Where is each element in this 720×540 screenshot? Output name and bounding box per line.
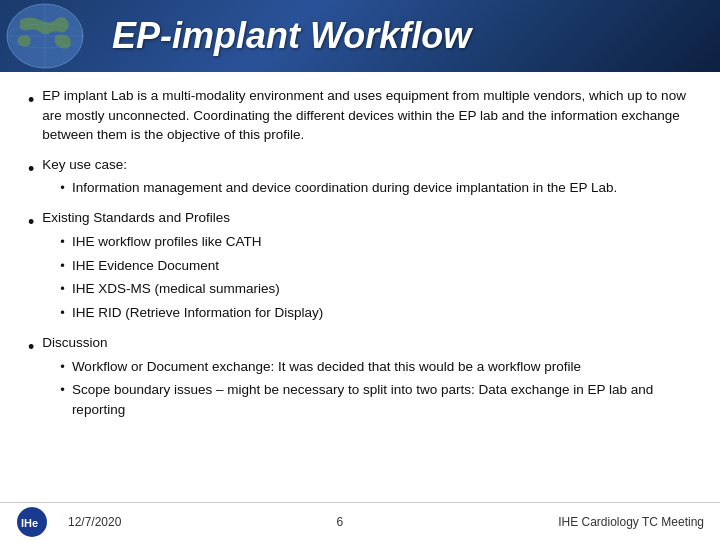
sub-bullet-3-3: • IHE XDS-MS (medical summaries)	[60, 279, 692, 299]
sub-bullet-3-2: • IHE Evidence Document	[60, 256, 692, 276]
sub-bullet-4-2-text: Scope boundary issues – might be necessa…	[72, 380, 692, 419]
globe-icon	[0, 0, 90, 72]
sub-bullet-3-4: • IHE RID (Retrieve Information for Disp…	[60, 303, 692, 323]
footer-page: 6	[336, 515, 343, 529]
bullet-4-container: Discussion • Workflow or Document exchan…	[42, 333, 692, 420]
svg-text:IHe: IHe	[21, 517, 38, 529]
sub-bullet-3-1-text: IHE workflow profiles like CATH	[72, 232, 692, 252]
footer-meeting: IHE Cardiology TC Meeting	[558, 515, 704, 529]
bullet-icon-3: •	[28, 209, 34, 235]
sub-bullet-icon-3-4: •	[60, 304, 65, 323]
sub-bullet-4-1: • Workflow or Document exchange: It was …	[60, 357, 692, 377]
sub-bullet-3-2-text: IHE Evidence Document	[72, 256, 692, 276]
header: EP-implant Workflow	[0, 0, 720, 72]
sub-bullet-4-2: • Scope boundary issues – might be neces…	[60, 380, 692, 419]
sub-bullet-2-1: • Information management and device coor…	[60, 178, 692, 198]
sub-bullet-3-4-text: IHE RID (Retrieve Information for Displa…	[72, 303, 692, 323]
bullet-4: • Discussion • Workflow or Document exch…	[28, 333, 692, 420]
bullet-3-text: Existing Standards and Profiles	[42, 210, 230, 225]
sub-bullet-3-3-text: IHE XDS-MS (medical summaries)	[72, 279, 692, 299]
footer-left: IHe 12/7/2020	[16, 506, 121, 538]
sub-bullet-icon-2-1: •	[60, 179, 65, 198]
content-area: • EP implant Lab is a multi-modality env…	[0, 72, 720, 438]
sub-bullet-icon-4-1: •	[60, 358, 65, 377]
bullet-1: • EP implant Lab is a multi-modality env…	[28, 86, 692, 145]
sub-bullet-icon-3-3: •	[60, 280, 65, 299]
sub-bullet-2-1-text: Information management and device coordi…	[72, 178, 692, 198]
footer: IHe 12/7/2020 6 IHE Cardiology TC Meetin…	[0, 502, 720, 540]
bullet-2: • Key use case: • Information management…	[28, 155, 692, 198]
sub-bullet-icon-4-2: •	[60, 381, 65, 400]
bullet-4-text: Discussion	[42, 335, 107, 350]
bullet-1-text: EP implant Lab is a multi-modality envir…	[42, 86, 692, 145]
bullet-3-container: Existing Standards and Profiles • IHE wo…	[42, 208, 692, 323]
bullet-2-container: Key use case: • Information management a…	[42, 155, 692, 198]
sub-bullet-3-1: • IHE workflow profiles like CATH	[60, 232, 692, 252]
bullet-icon-4: •	[28, 334, 34, 360]
sub-bullet-icon-3-2: •	[60, 257, 65, 276]
page-title: EP-implant Workflow	[112, 15, 471, 57]
bullet-icon-2: •	[28, 156, 34, 182]
bullet-icon-1: •	[28, 87, 34, 113]
ihe-logo: IHe	[16, 506, 60, 538]
footer-date: 12/7/2020	[68, 515, 121, 529]
bullet-2-text: Key use case:	[42, 157, 127, 172]
bullet-3: • Existing Standards and Profiles • IHE …	[28, 208, 692, 323]
sub-bullet-4-1-text: Workflow or Document exchange: It was de…	[72, 357, 692, 377]
sub-bullet-icon-3-1: •	[60, 233, 65, 252]
